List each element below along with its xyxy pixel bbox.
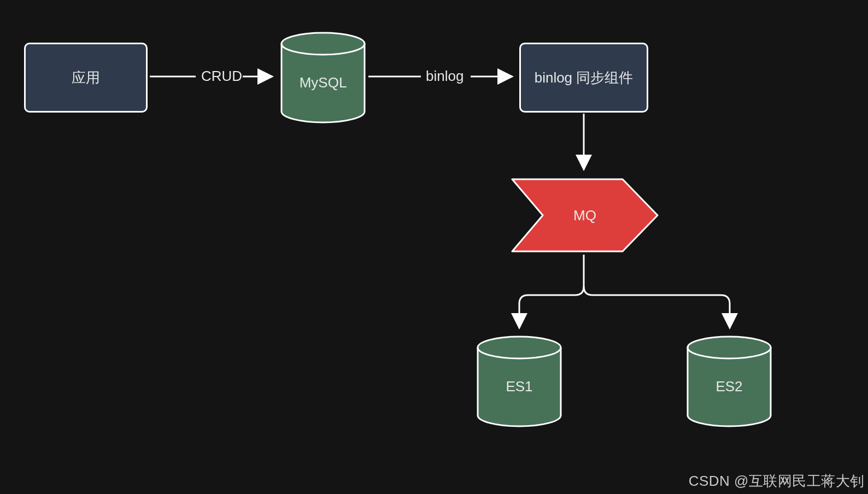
edge-crud-label: CRUD — [201, 68, 242, 85]
edge-binlog-label: binlog — [426, 68, 464, 85]
node-mq: MQ — [510, 177, 660, 254]
arrow-crud-to-mysql — [242, 66, 279, 87]
node-es1-label: ES1 — [506, 378, 532, 395]
node-es2-label: ES2 — [715, 378, 742, 395]
node-mysql-label: MySQL — [300, 74, 347, 91]
arrow-binlog-to-sync — [470, 66, 519, 87]
arrow-mysql-to-binlog — [367, 66, 422, 87]
node-app-label: 应用 — [72, 68, 100, 87]
node-mq-label: MQ — [573, 207, 596, 224]
watermark: CSDN @互联网民工蒋大钊 — [689, 472, 865, 491]
arrow-mq-split — [481, 254, 776, 336]
node-es1: ES1 — [476, 336, 563, 427]
node-binlog-sync-label: binlog 同步组件 — [535, 68, 634, 87]
node-mysql: MySQL — [279, 32, 367, 124]
arrow-sync-to-mq — [573, 113, 595, 176]
node-es2: ES2 — [685, 336, 773, 427]
node-binlog-sync: binlog 同步组件 — [519, 43, 648, 113]
node-app: 应用 — [24, 43, 148, 113]
arrow-app-to-crud — [148, 66, 198, 87]
